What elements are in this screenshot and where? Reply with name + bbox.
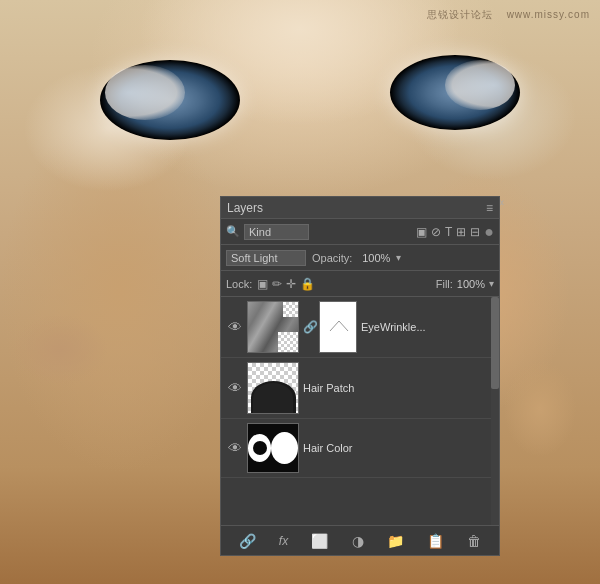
blend-mode-row: Soft Light Normal Multiply Screen Overla… xyxy=(221,245,499,271)
layer-name: Hair Color xyxy=(303,442,494,454)
layer-name: EyeWrinkle... xyxy=(361,321,494,333)
lock-icons: ▣ ✏ ✛ 🔒 xyxy=(257,277,315,291)
adjustment-layer-button[interactable]: ◑ xyxy=(348,531,368,551)
layer-thumbnail xyxy=(247,362,299,414)
svg-rect-0 xyxy=(320,301,356,353)
scrollbar-thumb[interactable] xyxy=(491,297,499,389)
fill-dropdown-arrow[interactable]: ▾ xyxy=(489,278,494,289)
filter-row: 🔍 Kind Name Effect ▣ ⊘ T ⊞ ⊟ ● xyxy=(221,219,499,245)
lock-image-icon[interactable]: ✏ xyxy=(272,277,282,291)
blend-mode-dropdown[interactable]: Soft Light Normal Multiply Screen Overla… xyxy=(226,250,306,266)
fill-value: 100% xyxy=(457,278,485,290)
search-icon: 🔍 xyxy=(226,225,240,238)
filter-toggle-icon[interactable]: ● xyxy=(484,223,494,241)
scrollbar-track[interactable] xyxy=(491,297,499,527)
layer-thumbnail xyxy=(247,423,299,473)
filter-pixel-icon[interactable]: ▣ xyxy=(416,225,427,239)
panel-bottom-toolbar: 🔗 fx ⬜ ◑ 📁 📋 🗑 xyxy=(221,525,499,555)
opacity-input[interactable] xyxy=(358,252,390,264)
layer-item[interactable]: 👁 Hair Color xyxy=(221,419,499,478)
layer-visibility-toggle[interactable]: 👁 xyxy=(226,319,244,335)
layer-item[interactable]: 👁 🔗 xyxy=(221,297,499,358)
lock-transparent-icon[interactable]: ▣ xyxy=(257,277,268,291)
watermark: 思锐设计论坛 www.missy.com xyxy=(427,8,590,22)
group-layers-button[interactable]: 📁 xyxy=(383,531,408,551)
layer-visibility-toggle[interactable]: 👁 xyxy=(226,440,244,456)
filter-smart-icon[interactable]: ⊟ xyxy=(470,225,480,239)
new-layer-button[interactable]: 📋 xyxy=(423,531,448,551)
layer-mask-thumbnail xyxy=(319,301,357,353)
lock-row: Lock: ▣ ✏ ✛ 🔒 Fill: 100% ▾ xyxy=(221,271,499,297)
panel-controls: ≡ xyxy=(486,201,493,215)
add-mask-button[interactable]: ⬜ xyxy=(307,531,332,551)
filter-icons: ▣ ⊘ T ⊞ ⊟ ● xyxy=(416,223,494,241)
lock-label: Lock: xyxy=(226,278,252,290)
layer-effects-button[interactable]: fx xyxy=(275,532,292,550)
layers-list: 👁 🔗 xyxy=(221,297,499,527)
panel-menu-icon[interactable]: ≡ xyxy=(486,201,493,215)
fill-section: Fill: 100% ▾ xyxy=(436,278,494,290)
opacity-dropdown-arrow[interactable]: ▾ xyxy=(396,252,401,263)
panel-title: Layers xyxy=(227,201,263,215)
kind-dropdown[interactable]: Kind Name Effect xyxy=(244,224,309,240)
opacity-label: Opacity: xyxy=(312,252,352,264)
link-layers-button[interactable]: 🔗 xyxy=(235,531,260,551)
layer-visibility-toggle[interactable]: 👁 xyxy=(226,380,244,396)
lock-position-icon[interactable]: ✛ xyxy=(286,277,296,291)
layers-panel: Layers ≡ 🔍 Kind Name Effect ▣ ⊘ T ⊞ ⊟ ● … xyxy=(220,196,500,556)
filter-type-icon[interactable]: T xyxy=(445,225,452,239)
mask-svg xyxy=(320,301,356,353)
layer-thumbnail xyxy=(247,301,299,353)
delete-layer-button[interactable]: 🗑 xyxy=(463,531,485,551)
lock-all-icon[interactable]: 🔒 xyxy=(300,277,315,291)
layer-chain-link: 🔗 xyxy=(303,320,317,334)
filter-shape-icon[interactable]: ⊞ xyxy=(456,225,466,239)
layer-name: Hair Patch xyxy=(303,382,494,394)
fill-label: Fill: xyxy=(436,278,453,290)
filter-adjustment-icon[interactable]: ⊘ xyxy=(431,225,441,239)
layer-item[interactable]: 👁 Hair Patch xyxy=(221,358,499,419)
panel-topbar: Layers ≡ xyxy=(221,197,499,219)
